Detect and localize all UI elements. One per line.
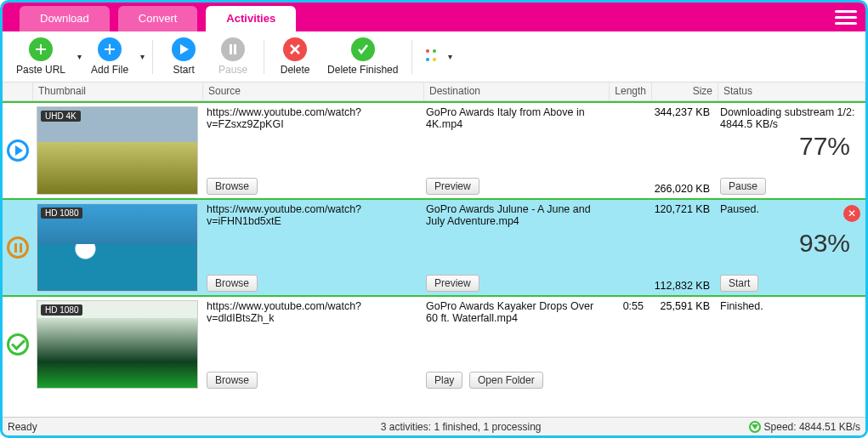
quality-badge: HD 1080 <box>41 304 82 316</box>
thumbnail-image: HD 1080 <box>37 300 198 389</box>
destination-file: GoPro Awards Italy from Above in 4K.mp4 <box>426 106 601 130</box>
status-speed: Speed: 4844.51 KB/s <box>764 421 860 433</box>
status-text: Paused. <box>720 203 860 215</box>
downloading-icon <box>7 139 29 162</box>
tab-bar: Download Convert Activities <box>3 3 865 31</box>
source-url: https://www.youtube.com/watch?v=dldIBtsZ… <box>207 300 416 324</box>
preview-button[interactable]: Preview <box>426 275 479 292</box>
browse-button[interactable]: Browse <box>207 372 258 389</box>
start-button[interactable]: Start <box>160 36 207 77</box>
destination-file: GoPro Awards Kayaker Drops Over 60 ft. W… <box>426 300 601 324</box>
size-value: 344,237 KB <box>654 106 710 118</box>
tab-convert[interactable]: Convert <box>118 6 198 31</box>
x-icon <box>283 37 307 61</box>
activity-row[interactable]: UHD 4K https://www.youtube.com/watch?v=F… <box>3 101 865 198</box>
source-url: https://www.youtube.com/watch?v=FZsxz9Zp… <box>207 106 416 130</box>
plus-icon <box>29 37 53 61</box>
status-bar: Ready 3 activities: 1 finished, 1 proces… <box>3 417 865 435</box>
quality-badge: HD 1080 <box>41 208 82 219</box>
pause-button: Pause <box>209 36 257 77</box>
activity-row[interactable]: ✕ HD 1080 https://www.youtube.com/watch?… <box>3 198 865 295</box>
plus-icon <box>98 37 122 61</box>
row-pause-button[interactable]: Pause <box>720 178 766 195</box>
status-mid: 3 activities: 1 finished, 1 processing <box>381 421 542 433</box>
hamburger-menu-icon[interactable] <box>835 6 857 28</box>
activity-list: UHD 4K https://www.youtube.com/watch?v=F… <box>3 101 865 417</box>
status-text: Downloading substream 1/2: 4844.5 KB/s <box>720 106 860 130</box>
play-button[interactable]: Play <box>426 372 462 389</box>
pause-icon <box>221 37 245 61</box>
browse-button[interactable]: Browse <box>207 178 258 195</box>
dots-icon <box>426 49 436 65</box>
activity-row[interactable]: HD 1080 https://www.youtube.com/watch?v=… <box>3 295 865 392</box>
check-icon <box>351 37 375 61</box>
add-file-dropdown[interactable]: ▾ <box>137 52 145 61</box>
col-size[interactable]: Size <box>652 82 718 100</box>
add-file-button[interactable]: Add File <box>84 36 135 77</box>
play-icon <box>172 37 196 61</box>
size-value: 120,721 KB <box>654 203 710 215</box>
size-value: 25,591 KB <box>654 300 710 312</box>
open-folder-button[interactable]: Open Folder <box>469 372 543 389</box>
col-length[interactable]: Length <box>610 82 652 100</box>
source-url: https://www.youtube.com/watch?v=iFHN1bd5… <box>207 203 416 227</box>
size-value-sub: 112,832 KB <box>654 280 710 292</box>
thumbnail-image: HD 1080 <box>37 203 198 292</box>
destination-file: GoPro Awards Julune - A June and July Ad… <box>426 203 601 227</box>
paste-url-dropdown[interactable]: ▾ <box>74 52 82 61</box>
tab-download[interactable]: Download <box>20 6 110 31</box>
download-speed-icon <box>749 421 761 433</box>
paused-icon <box>7 236 29 259</box>
browse-button[interactable]: Browse <box>207 275 258 292</box>
col-source[interactable]: Source <box>203 82 424 100</box>
view-options-dropdown[interactable]: ▾ <box>445 52 453 61</box>
col-destination[interactable]: Destination <box>424 82 610 100</box>
delete-button[interactable]: Delete <box>271 36 319 77</box>
col-status[interactable]: Status <box>718 82 865 100</box>
row-start-button[interactable]: Start <box>720 275 758 292</box>
thumbnail-image: UHD 4K <box>37 106 198 195</box>
column-headers: Thumbnail Source Destination Length Size… <box>3 82 865 101</box>
status-left: Ready <box>8 421 37 433</box>
finished-icon <box>7 333 29 356</box>
progress-percent: 77% <box>799 132 850 161</box>
toolbar: Paste URL ▾ Add File ▾ Start Pause Delet… <box>3 31 865 82</box>
paste-url-button[interactable]: Paste URL <box>9 36 72 77</box>
progress-percent: 93% <box>799 229 850 258</box>
length-value: 0:55 <box>611 300 644 312</box>
quality-badge: UHD 4K <box>41 111 81 122</box>
status-text: Finished. <box>720 300 860 312</box>
delete-finished-button[interactable]: Delete Finished <box>321 36 405 77</box>
size-value-sub: 266,020 KB <box>654 183 710 195</box>
col-thumbnail[interactable]: Thumbnail <box>33 82 203 100</box>
preview-button[interactable]: Preview <box>426 178 479 195</box>
view-options-button[interactable] <box>419 48 443 66</box>
tab-activities[interactable]: Activities <box>206 6 296 31</box>
